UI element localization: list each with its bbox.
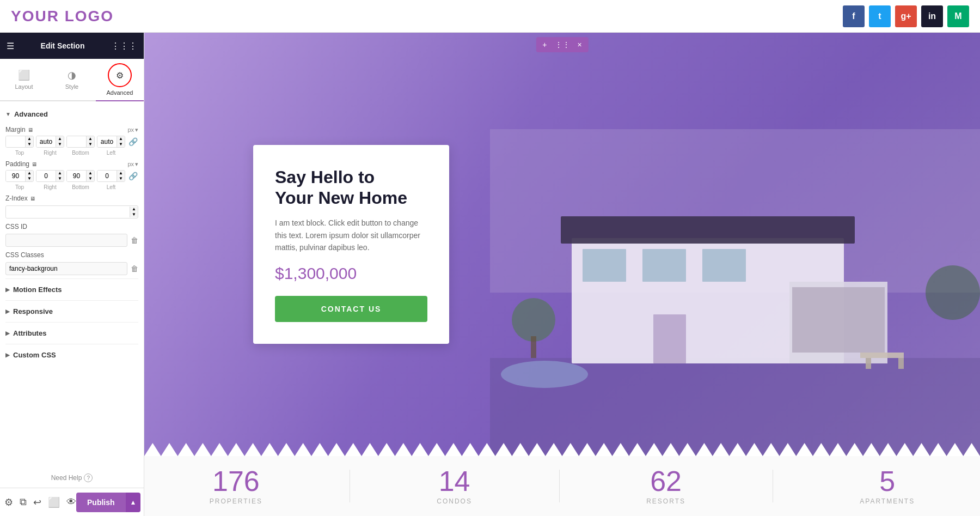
responsive-mode-icon[interactable]: ⬜ [48, 496, 60, 508]
responsive-title[interactable]: ▶ Responsive [5, 304, 138, 319]
publish-button[interactable]: Publish [76, 493, 126, 512]
publish-dropdown-button[interactable]: ▲ [126, 493, 141, 512]
padding-top-input[interactable] [6, 171, 25, 181]
motion-effects-title[interactable]: ▶ Motion Effects [5, 282, 138, 297]
margin-top-up[interactable]: ▲ [25, 136, 33, 142]
z-index-label: Z-Index 🖥 [5, 195, 35, 202]
margin-bottom-group: ▲ ▼ [66, 136, 95, 148]
contact-us-button[interactable]: CONTACT US [275, 296, 427, 322]
help-circle-icon[interactable]: ? [84, 473, 93, 482]
margin-top-down[interactable]: ▼ [25, 142, 33, 147]
padding-right-up[interactable]: ▲ [56, 171, 64, 176]
google-plus-icon[interactable]: g+ [895, 5, 917, 27]
padding-top-group: ▲ ▼ [5, 170, 34, 182]
stats-section: 176 PROPERTIES 14 CONDOS 62 RESORTS 5 AP… [144, 456, 980, 516]
instagram-icon[interactable]: in [921, 5, 943, 27]
settings-icon[interactable]: ⚙ [4, 496, 13, 508]
z-index-up[interactable]: ▲ [130, 207, 138, 212]
margin-right-down[interactable]: ▼ [56, 142, 64, 147]
css-classes-delete-button[interactable]: 🗑 [131, 264, 138, 273]
z-index-down[interactable]: ▼ [130, 212, 138, 217]
padding-right-down[interactable]: ▼ [56, 176, 64, 181]
z-index-spinner[interactable]: ▲ ▼ [5, 205, 138, 218]
padding-link-icon[interactable]: 🔗 [127, 172, 138, 180]
margin-right-spinner[interactable]: ▲ ▼ [36, 136, 64, 148]
margin-left-group: ▲ ▼ [97, 136, 125, 148]
twitter-icon[interactable]: t [869, 5, 891, 27]
margin-bottom-up[interactable]: ▲ [86, 136, 94, 142]
margin-left-input[interactable] [97, 136, 117, 147]
z-index-row: Z-Index 🖥 [5, 195, 138, 202]
layers-icon[interactable]: ⧉ [20, 496, 27, 508]
social-icons-group: f t g+ in M [843, 5, 969, 27]
section-add-button[interactable]: + [540, 39, 549, 50]
margin-left-spinner[interactable]: ▲ ▼ [97, 136, 125, 148]
responsive-arrow-icon: ▶ [5, 308, 10, 314]
motion-effects-section: ▶ Motion Effects [5, 278, 138, 300]
section-toolbar: + ⋮⋮ × [536, 37, 588, 52]
padding-right-input[interactable] [36, 171, 56, 181]
custom-css-title[interactable]: ▶ Custom CSS [5, 348, 138, 362]
svg-rect-9 [653, 314, 686, 363]
css-id-delete-button[interactable]: 🗑 [131, 236, 138, 245]
padding-right-spinner[interactable]: ▲ ▼ [36, 170, 64, 182]
stat-properties-label: PROPERTIES [210, 497, 262, 505]
tab-advanced[interactable]: ⚙ Advanced [96, 59, 144, 101]
bottom-bar-icons: ⚙ ⧉ ↩ ⬜ 👁 [4, 496, 76, 508]
padding-left-down[interactable]: ▼ [117, 176, 125, 181]
padding-unit[interactable]: px ▾ [127, 161, 138, 168]
css-id-input-row: 🗑 [5, 234, 138, 247]
css-id-input[interactable] [5, 234, 127, 247]
tab-style[interactable]: ◑ Style [48, 59, 96, 101]
css-id-label: CSS ID [5, 223, 27, 230]
facebook-icon[interactable]: f [843, 5, 865, 27]
z-index-responsive-icon: 🖥 [30, 196, 35, 202]
margin-left-label: Left [97, 150, 125, 156]
margin-left-up[interactable]: ▲ [117, 136, 125, 142]
padding-left-up[interactable]: ▲ [117, 171, 125, 176]
eye-icon[interactable]: 👁 [66, 496, 76, 508]
margin-bottom-spinner[interactable]: ▲ ▼ [66, 136, 95, 148]
margin-right-group: ▲ ▼ [36, 136, 64, 148]
history-icon[interactable]: ↩ [33, 496, 41, 508]
css-id-row: CSS ID [5, 223, 138, 230]
section-move-button[interactable]: ⋮⋮ [553, 39, 572, 50]
margin-top-input[interactable] [6, 136, 25, 147]
margin-top-spinner[interactable]: ▲ ▼ [5, 136, 34, 148]
padding-bottom-down[interactable]: ▼ [86, 176, 94, 181]
tab-layout[interactable]: ⬜ Layout [0, 59, 48, 101]
margin-bottom-down[interactable]: ▼ [86, 142, 94, 147]
padding-bottom-spinner[interactable]: ▲ ▼ [66, 170, 95, 182]
grid-icon[interactable]: ⋮⋮⋮ [111, 41, 137, 51]
z-index-input[interactable] [6, 206, 130, 218]
hero-card: Say Hello to Your New Home I am text blo… [253, 145, 449, 344]
site-logo: YOUR LOGO [11, 8, 114, 25]
padding-bottom-group: ▲ ▼ [66, 170, 95, 182]
attributes-title[interactable]: ▶ Attributes [5, 326, 138, 341]
medianet-icon[interactable]: M [947, 5, 969, 27]
hamburger-icon[interactable]: ☰ [7, 41, 14, 51]
margin-link-icon[interactable]: 🔗 [127, 137, 138, 146]
margin-right-input[interactable] [36, 136, 56, 147]
padding-top-spinner[interactable]: ▲ ▼ [5, 170, 34, 182]
advanced-section-title[interactable]: ▼ Advanced [5, 107, 138, 122]
margin-bottom-input[interactable] [67, 136, 86, 147]
margin-unit[interactable]: px ▾ [127, 126, 138, 133]
padding-bottom-up[interactable]: ▲ [86, 171, 94, 176]
padding-left-input[interactable] [97, 171, 117, 181]
stat-resorts-label: RESORTS [646, 497, 685, 505]
svg-rect-6 [583, 249, 626, 282]
stat-resorts-number: 62 [646, 467, 685, 495]
padding-top-down[interactable]: ▼ [25, 176, 33, 181]
padding-top-up[interactable]: ▲ [25, 171, 33, 176]
section-close-button[interactable]: × [575, 39, 584, 50]
stat-apartments-label: APARTMENTS [860, 497, 915, 505]
css-classes-input[interactable] [5, 262, 127, 275]
custom-css-arrow-icon: ▶ [5, 352, 10, 358]
margin-left-down[interactable]: ▼ [117, 142, 125, 147]
padding-bottom-input[interactable] [67, 171, 86, 181]
svg-rect-12 [531, 336, 536, 358]
margin-right-up[interactable]: ▲ [56, 136, 64, 142]
padding-left-spinner[interactable]: ▲ ▼ [97, 170, 125, 182]
padding-bottom-spinner-btns: ▲ ▼ [86, 171, 94, 181]
